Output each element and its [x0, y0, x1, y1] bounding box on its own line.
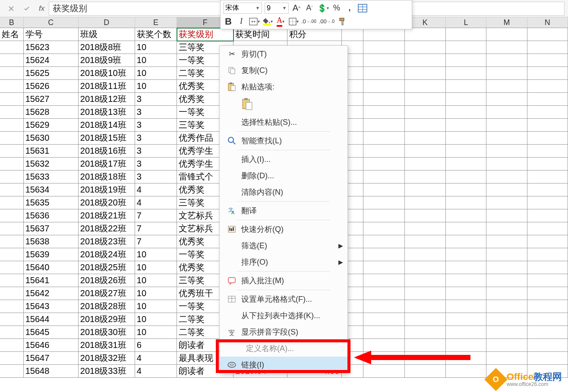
cell[interactable] [486, 158, 527, 171]
cell[interactable]: 2018级23班 [79, 235, 135, 248]
cell[interactable] [0, 196, 24, 209]
cell[interactable] [446, 132, 486, 145]
cell[interactable] [0, 106, 24, 119]
cell[interactable]: 2018级22班 [79, 222, 135, 235]
header-cell-G[interactable]: 获奖时间 [234, 28, 287, 41]
cell[interactable] [0, 326, 24, 339]
cell[interactable] [405, 119, 446, 132]
cell[interactable] [0, 209, 24, 222]
cell[interactable] [405, 365, 446, 378]
cell[interactable]: 10 [135, 54, 177, 67]
cell[interactable] [0, 248, 24, 261]
cell[interactable] [363, 248, 404, 261]
cell[interactable] [363, 235, 404, 248]
cell[interactable] [0, 261, 24, 274]
cell[interactable]: 2018级33班 [79, 365, 135, 378]
cell[interactable] [405, 67, 446, 80]
cell[interactable]: 2018级24班 [79, 248, 135, 261]
cell[interactable]: 15641 [24, 274, 79, 287]
cell[interactable]: 2018级26班 [79, 274, 135, 287]
cell[interactable] [446, 287, 486, 300]
menu-smart-lookup[interactable]: 智能查找(L) [220, 133, 347, 149]
cell[interactable] [527, 326, 568, 339]
menu-insert-comment[interactable]: 插入批注(M) [220, 272, 347, 289]
cell[interactable]: 15648 [24, 365, 79, 378]
cell[interactable]: 2018级32班 [79, 352, 135, 365]
cell[interactable]: 15632 [24, 158, 79, 171]
cell[interactable]: 3 [135, 132, 177, 145]
cell[interactable] [363, 352, 404, 365]
column-header-N[interactable]: N [527, 17, 568, 28]
cell[interactable]: 7 [135, 209, 177, 222]
cell[interactable]: 15629 [24, 119, 79, 132]
cell[interactable] [527, 352, 568, 365]
font-select[interactable]: 宋体 ▼ [223, 3, 262, 14]
cell[interactable] [405, 274, 446, 287]
cell[interactable]: 2018级8班 [79, 41, 135, 54]
menu-quick-analysis[interactable]: 快速分析(Q) [220, 221, 347, 237]
cell[interactable]: 15627 [24, 93, 79, 106]
cell[interactable] [446, 274, 486, 287]
cell[interactable] [363, 171, 404, 183]
cell[interactable]: 15638 [24, 235, 79, 248]
cell[interactable]: 6 [135, 339, 177, 352]
cell[interactable] [363, 274, 404, 287]
cell[interactable] [363, 119, 404, 132]
cell[interactable]: 10 [135, 41, 177, 54]
cell[interactable] [527, 339, 568, 352]
cell[interactable] [486, 132, 527, 145]
menu-clear-contents[interactable]: 清除内容(N) [220, 184, 347, 200]
cell[interactable] [527, 54, 568, 67]
cell[interactable] [446, 235, 486, 248]
cell[interactable] [446, 339, 486, 352]
cell[interactable]: 10 [135, 274, 177, 287]
cell[interactable] [486, 41, 527, 54]
cell[interactable] [446, 67, 486, 80]
column-header-M[interactable]: M [486, 17, 527, 28]
border-button[interactable]: ▾ [288, 16, 299, 27]
header-cell-B[interactable]: 姓名 [0, 28, 24, 41]
cell[interactable] [0, 54, 24, 67]
cell[interactable]: 2018级20班 [79, 196, 135, 209]
cell[interactable] [363, 132, 404, 145]
cell[interactable] [446, 365, 486, 378]
cell[interactable]: 3 [135, 106, 177, 119]
cell[interactable] [363, 365, 404, 378]
cell[interactable] [446, 106, 486, 119]
increase-decimal-button[interactable]: .0→.00 [301, 16, 316, 27]
paste-option-default[interactable] [220, 95, 347, 114]
header-cell-J[interactable] [363, 28, 404, 41]
cell[interactable] [363, 67, 404, 80]
cell[interactable]: 2018级18班 [79, 171, 135, 183]
column-header-B[interactable]: B [0, 17, 24, 28]
cell[interactable] [486, 106, 527, 119]
cell[interactable] [446, 54, 486, 67]
cell[interactable] [0, 274, 24, 287]
cell[interactable] [363, 209, 404, 222]
cell[interactable]: 2018级30班 [79, 326, 135, 339]
percent-button[interactable]: % [331, 3, 342, 14]
cell[interactable] [527, 41, 568, 54]
cell[interactable] [527, 248, 568, 261]
cell[interactable] [446, 326, 486, 339]
cell[interactable] [527, 106, 568, 119]
cell[interactable] [486, 145, 527, 158]
cell[interactable]: 15631 [24, 145, 79, 158]
cell[interactable]: 10 [135, 248, 177, 261]
cell[interactable] [527, 158, 568, 171]
menu-cut[interactable]: ✂ 剪切(T) [220, 46, 347, 62]
cell[interactable] [0, 158, 24, 171]
cell[interactable] [446, 196, 486, 209]
cell[interactable] [446, 171, 486, 183]
cell[interactable] [486, 196, 527, 209]
cell[interactable]: 10 [135, 80, 177, 93]
header-cell-N[interactable] [527, 28, 568, 41]
cell[interactable] [0, 313, 24, 326]
cell[interactable] [446, 93, 486, 106]
cell[interactable] [0, 235, 24, 248]
cell[interactable]: 15626 [24, 80, 79, 93]
cell[interactable]: 15630 [24, 132, 79, 145]
decrease-decimal-button[interactable]: .00→.0 [319, 16, 334, 27]
cell[interactable] [527, 145, 568, 158]
header-cell-E[interactable]: 获奖个数 [135, 28, 177, 41]
